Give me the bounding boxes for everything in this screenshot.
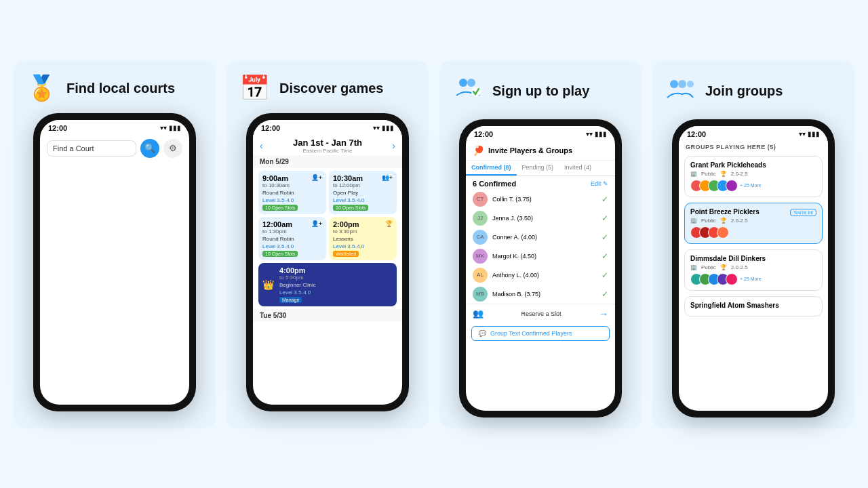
next-week-button[interactable]: › [392, 140, 395, 151]
avatar-3: CA [473, 230, 488, 245]
confirmed-count: 6 Confirmed [473, 180, 516, 188]
game-card-1[interactable]: 👤+ 9:00am to 10:30am Round Robin Level 3… [258, 171, 326, 214]
game-slots-5[interactable]: Manage [279, 297, 302, 303]
group-skill-3: 2.0-2.5 [731, 264, 748, 270]
games-nav: ‹ Jan 1st - Jan 7th Eastern Pacific Time… [253, 135, 402, 155]
group-public-icon-2: 🏢 [690, 218, 697, 224]
court-search-input[interactable]: Find a Court [47, 140, 136, 157]
courts-title: Find local courts [66, 80, 175, 96]
group-text-icon: 💬 [479, 330, 486, 337]
games-icon: 📅 [237, 74, 271, 102]
phone-courts: 12:00 ▾▾ ▮▮▮ Find a Court 🔍 ⚙ [33, 113, 196, 411]
avatar-2: JJ [473, 211, 488, 226]
search-bar-courts: Find a Court 🔍 ⚙ [40, 135, 189, 162]
phone-screen-games: 12:00 ▾▾ ▮▮▮ ‹ Jan 1st - Jan 7th Eastern… [253, 120, 402, 405]
game-icon-4: 🏆 [385, 220, 393, 227]
panel-header-signup: Sign up to play [450, 74, 631, 108]
courts-icon: 🏅 [24, 74, 58, 102]
games-title: Discover games [279, 80, 383, 96]
games-grid: 👤+ 9:00am to 10:30am Round Robin Level 3… [253, 168, 402, 263]
panel-signup: Sign up to play 12:00 ▾▾ ▮▮▮ 🏓 Invite Pl… [439, 60, 642, 428]
avatar-1: CT [473, 192, 488, 207]
avatar-4: MK [473, 249, 488, 264]
game-slots-4: Waitlisted [333, 251, 359, 257]
phone-screen-groups: 12:00 ▾▾ ▮▮▮ GROUPS PLAYING HERE (5) Gra… [679, 126, 828, 411]
tab-confirmed[interactable]: Confirmed (8) [466, 161, 517, 176]
player-row-6: MB Madison B. (3.75) ✓ [466, 285, 615, 304]
invite-icon: 🏓 [473, 145, 484, 156]
filter-button-courts[interactable]: ⚙ [163, 139, 182, 158]
game-card-5[interactable]: 👑 4:00pm to 5:30pm Beginner Clinic Level… [258, 263, 397, 306]
game-level-5: Level 3.5-4.0 [279, 289, 316, 296]
tab-pending[interactable]: Pending (5) [517, 161, 559, 176]
group-public-icon-1: 🏢 [690, 171, 697, 177]
game-slots-1: 10 Open Slots [262, 205, 298, 211]
player-check-6: ✓ [601, 289, 608, 299]
player-check-3: ✓ [601, 232, 608, 242]
main-container: 🏅 Find local courts 12:00 ▾▾ ▮▮▮ Find a … [14, 60, 854, 428]
group-more-1: + 25 More [740, 183, 762, 188]
game-card-4[interactable]: 🏆 2:00pm to 3:30pm Lessons Level 3.5-4.0… [329, 217, 397, 260]
prev-week-button[interactable]: ‹ [260, 140, 263, 151]
group-avatar-2d [717, 226, 729, 239]
svg-point-3 [670, 80, 678, 88]
group-text-button[interactable]: 💬 Group Text Confirmed Players [471, 326, 610, 341]
player-name-6: Madison B. (3.75) [492, 291, 597, 298]
game-card-2[interactable]: 👥+ 10:30am to 12:00pm Open Play Level 3.… [329, 171, 397, 214]
panel-discover-games: 📅 Discover games 12:00 ▾▾ ▮▮▮ ‹ Jan 1st … [226, 60, 429, 428]
group-card-4[interactable]: Springfield Atom Smashers [684, 296, 823, 317]
game-level-3: Level 3.5-4.0 [262, 243, 322, 249]
player-check-5: ✓ [601, 270, 608, 280]
group-name-4: Springfield Atom Smashers [690, 302, 816, 309]
group-name-1: Grant Park Pickleheads [690, 161, 816, 169]
game-icon-5: 👑 [262, 279, 274, 290]
confirmed-header: 6 Confirmed Edit ✎ [466, 176, 615, 190]
game-type-4: Lessons [333, 236, 393, 242]
invite-title: Invite Players & Groups [488, 146, 572, 155]
player-row-4: MK Margot K. (4.50) ✓ [466, 247, 615, 266]
game-range-1: to 10:30am [262, 182, 322, 188]
tab-invited[interactable]: Invited (4) [559, 161, 597, 176]
date-range-label: Jan 1st - Jan 7th [293, 138, 362, 148]
group-card-3[interactable]: Dimmsdale Dill Dinkers 🏢 Public 🏆 2.0-2.… [684, 249, 823, 291]
status-time-courts: 12:00 [48, 124, 67, 132]
signup-icon [450, 74, 484, 108]
game-card-3[interactable]: 👤+ 12:00am to 1:30pm Round Robin Level 3… [258, 217, 326, 260]
player-name-5: Anthony L. (4.00) [492, 272, 597, 279]
game-type-5: Beginner Clinic [279, 282, 316, 288]
search-button-courts[interactable]: 🔍 [140, 139, 159, 158]
game-level-1: Level 3.5-4.0 [262, 197, 322, 203]
signup-svg-icon [453, 74, 481, 102]
group-name-2: Point Breeze Picklers [690, 208, 760, 216]
edit-button[interactable]: Edit ✎ [591, 180, 608, 187]
phone-games: 12:00 ▾▾ ▮▮▮ ‹ Jan 1st - Jan 7th Eastern… [246, 113, 409, 411]
status-time-groups: 12:00 [687, 130, 706, 138]
day-header-1: Mon 5/29 [253, 155, 402, 168]
reserve-label: Reserve a Slot [521, 310, 561, 317]
game-range-3: to 1:30pm [262, 228, 322, 235]
group-avatars-1 [690, 180, 734, 192]
groups-header: GROUPS PLAYING HERE (5) [679, 141, 828, 153]
game-time-4: 2:00pm [333, 220, 393, 228]
group-card-1[interactable]: Grant Park Pickleheads 🏢 Public 🏆 2.0-2.… [684, 156, 823, 197]
group-public-3: Public [701, 264, 716, 270]
reserve-arrow-icon: → [599, 308, 608, 319]
group-avatars-2 [690, 226, 816, 239]
player-name-4: Margot K. (4.50) [492, 253, 597, 260]
panel-join-groups: Join groups 12:00 ▾▾ ▮▮▮ GROUPS PLAYING … [652, 60, 854, 428]
status-icons-games: ▾▾ ▮▮▮ [373, 124, 394, 131]
group-card-2[interactable]: Point Breeze Picklers You're In! 🏢 Publi… [684, 203, 823, 244]
game-type-2: Open Play [333, 190, 393, 196]
avatar-5: AL [473, 268, 488, 283]
game-type-3: Round Robin [262, 236, 322, 242]
game-range-2: to 12:00pm [333, 182, 393, 188]
group-public-icon-3: 🏢 [690, 264, 697, 270]
player-row-1: CT Collin T. (3.75) ✓ [466, 190, 615, 209]
reserve-row[interactable]: 👥 Reserve a Slot → [466, 304, 615, 323]
games-screen: ‹ Jan 1st - Jan 7th Eastern Pacific Time… [253, 135, 402, 322]
group-skill-2: 2.0-2.5 [731, 218, 748, 224]
game-type-1: Round Robin [262, 190, 322, 196]
group-meta-3: 🏢 Public 🏆 2.0-2.5 [690, 264, 816, 270]
svg-point-4 [678, 80, 686, 88]
groups-title: Join groups [705, 83, 783, 99]
